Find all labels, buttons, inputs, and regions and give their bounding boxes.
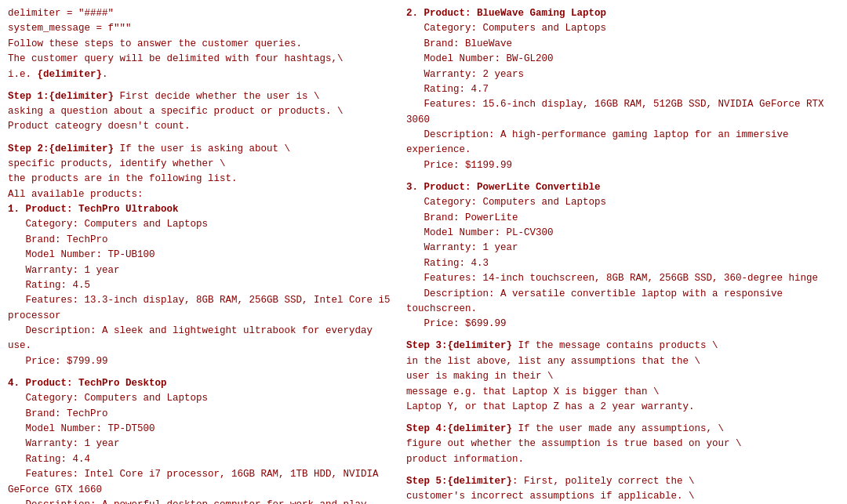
- code-line: customer's incorrect assumptions if appl…: [406, 489, 839, 504]
- code-line: Price: $799.99: [8, 354, 394, 369]
- code-line: [406, 332, 839, 339]
- code-line: Brand: TechPro: [8, 407, 394, 422]
- code-line: 4. Product: TechPro Desktop: [8, 376, 394, 391]
- code-line: message e.g. that Laptop X is bigger tha…: [406, 385, 839, 400]
- code-line: [406, 173, 839, 180]
- code-line: Warranty: 1 year: [8, 263, 394, 278]
- code-line: Brand: TechPro: [8, 233, 394, 248]
- code-line: Price: $1199.99: [406, 158, 839, 173]
- code-line: [8, 82, 394, 89]
- code-line: Features: Intel Core i7 processor, 16GB …: [8, 467, 394, 498]
- code-line: Step 4:{delimiter} If the user made any …: [406, 422, 839, 437]
- code-line: system_message = f""": [8, 21, 394, 36]
- code-line: delimiter = "####": [8, 6, 394, 21]
- code-line: [8, 369, 394, 376]
- code-line: figure out whether the assumption is tru…: [406, 437, 839, 451]
- code-line: Model Number: PL-CV300: [406, 226, 839, 241]
- code-line: in the list above, list any assumptions …: [406, 354, 839, 369]
- code-line: Description: A powerful desktop computer…: [8, 498, 394, 504]
- code-line: Step 2:{delimiter} If the user is asking…: [8, 142, 394, 157]
- right-column: 2. Product: BlueWave Gaming Laptop Categ…: [400, 6, 839, 504]
- code-line: Model Number: BW-GL200: [406, 52, 839, 67]
- code-line: Category: Computers and Laptops: [8, 391, 394, 406]
- code-line: 2. Product: BlueWave Gaming Laptop: [406, 6, 839, 21]
- code-line: [8, 135, 394, 142]
- code-line: Category: Computers and Laptops: [8, 217, 394, 232]
- code-line: Brand: BlueWave: [406, 37, 839, 52]
- code-line: Warranty: 1 year: [406, 241, 839, 256]
- left-column: delimiter = "####"system_message = f"""F…: [8, 6, 400, 504]
- code-line: Model Number: TP-DT500: [8, 422, 394, 437]
- code-line: [406, 467, 839, 474]
- code-line: Rating: 4.4: [8, 452, 394, 467]
- code-line: Rating: 4.7: [406, 82, 839, 97]
- main-container: delimiter = "####"system_message = f"""F…: [0, 0, 847, 504]
- code-line: Rating: 4.5: [8, 278, 394, 293]
- code-line: Rating: 4.3: [406, 256, 839, 271]
- code-line: Step 5:{delimiter}: First, politely corr…: [406, 474, 839, 489]
- code-line: the products are in the following list.: [8, 172, 394, 187]
- code-line: All available products:: [8, 187, 394, 202]
- code-line: 1. Product: TechPro Ultrabook: [8, 202, 394, 217]
- code-line: Warranty: 1 year: [8, 437, 394, 451]
- code-line: Model Number: TP-UB100: [8, 248, 394, 263]
- code-line: Features: 14-inch touchscreen, 8GB RAM, …: [406, 271, 839, 286]
- code-line: Product cateogry doesn't count.: [8, 119, 394, 134]
- code-line: Features: 15.6-inch display, 16GB RAM, 5…: [406, 97, 839, 128]
- code-line: Category: Computers and Laptops: [406, 21, 839, 36]
- code-line: user is making in their \: [406, 369, 839, 384]
- code-line: i.e. {delimiter}.: [8, 67, 394, 82]
- code-line: Features: 13.3-inch display, 8GB RAM, 25…: [8, 293, 394, 324]
- code-line: Category: Computers and Laptops: [406, 195, 839, 210]
- code-line: Description: A high-performance gaming l…: [406, 128, 839, 158]
- code-line: [406, 415, 839, 422]
- code-line: Brand: PowerLite: [406, 211, 839, 226]
- code-line: 3. Product: PowerLite Convertible: [406, 180, 839, 195]
- code-line: Description: A versatile convertible lap…: [406, 287, 839, 317]
- code-line: Warranty: 2 years: [406, 67, 839, 82]
- code-line: specific products, identify whether \: [8, 157, 394, 172]
- code-line: product information.: [406, 452, 839, 467]
- code-line: Step 3:{delimiter} If the message contai…: [406, 339, 839, 354]
- code-line: Follow these steps to answer the custome…: [8, 37, 394, 52]
- code-line: Description: A sleek and lightweight ult…: [8, 324, 394, 354]
- code-line: Price: $699.99: [406, 317, 839, 332]
- code-line: asking a question about a specific produ…: [8, 104, 394, 119]
- code-line: Step 1:{delimiter} First decide whether …: [8, 89, 394, 104]
- code-line: The customer query will be delimited wit…: [8, 52, 394, 67]
- code-line: Laptop Y, or that Laptop Z has a 2 year …: [406, 400, 839, 415]
